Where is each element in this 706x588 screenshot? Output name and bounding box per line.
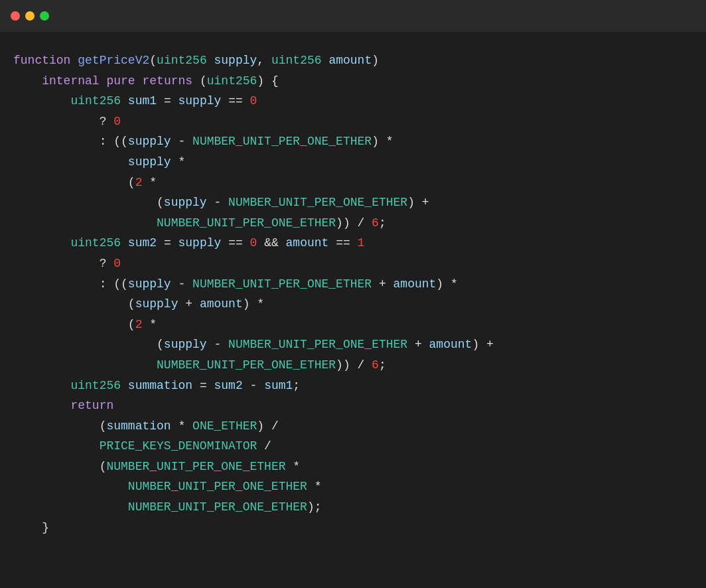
code-line-13: (supply + amount) * [13,294,693,315]
minimize-button[interactable] [25,11,35,21]
code-line-7: (2 * [13,173,693,193]
code-line-8: (supply - NUMBER_UNIT_PER_ONE_ETHER) + [13,192,693,213]
code-line-2: internal pure returns (uint256) { [13,71,693,92]
code-line-1: function getPriceV2(uint256 supply, uint… [13,50,693,71]
code-line-5: : ((supply - NUMBER_UNIT_PER_ONE_ETHER) … [13,131,693,152]
code-line-11: ? 0 [13,254,693,274]
code-line-24: } [13,518,693,538]
maximize-button[interactable] [40,11,49,21]
code-line-12: : ((supply - NUMBER_UNIT_PER_ONE_ETHER +… [13,274,693,295]
code-editor: function getPriceV2(uint256 supply, uint… [0,32,706,551]
code-line-21: (NUMBER_UNIT_PER_ONE_ETHER * [13,457,693,477]
code-line-10: uint256 sum2 = supply == 0 && amount == … [13,233,693,254]
code-line-4: ? 0 [13,111,693,132]
code-line-23: NUMBER_UNIT_PER_ONE_ETHER); [13,497,693,518]
code-line-6: supply * [13,152,693,173]
code-line-16: NUMBER_UNIT_PER_ONE_ETHER)) / 6; [13,355,693,376]
code-line-19: (summation * ONE_ETHER) / [13,416,693,437]
close-button[interactable] [11,11,20,21]
code-line-15: (supply - NUMBER_UNIT_PER_ONE_ETHER + am… [13,334,693,355]
code-line-14: (2 * [13,315,693,335]
code-line-20: PRICE_KEYS_DENOMINATOR / [13,436,693,457]
code-line-9: NUMBER_UNIT_PER_ONE_ETHER)) / 6; [13,213,693,234]
code-line-17: uint256 summation = sum2 - sum1; [13,376,693,396]
code-line-18: return [13,396,693,416]
title-bar [0,0,706,32]
code-line-22: NUMBER_UNIT_PER_ONE_ETHER * [13,477,693,497]
code-line-3: uint256 sum1 = supply == 0 [13,91,693,111]
